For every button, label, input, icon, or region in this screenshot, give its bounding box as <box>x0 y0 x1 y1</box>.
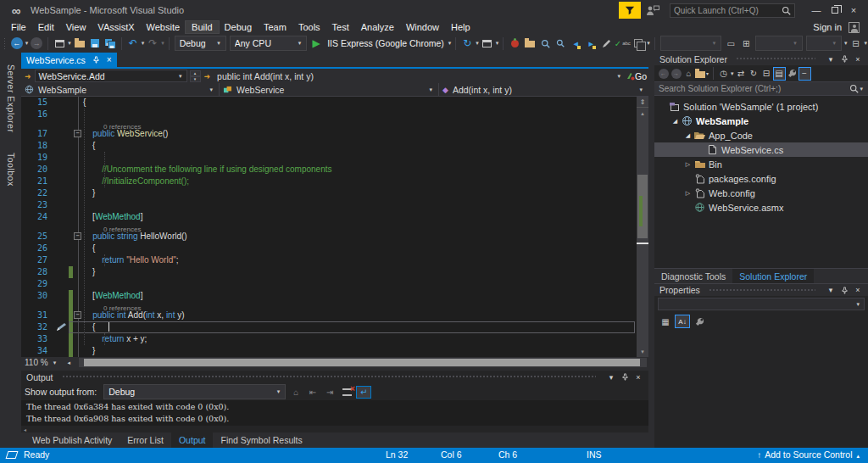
se-switch-views-button[interactable]: ▾ <box>695 67 709 81</box>
properties-object-combobox[interactable]: ▾ <box>658 298 865 310</box>
collapse-region-icon[interactable]: − <box>74 130 81 137</box>
solution-configuration-combobox[interactable]: Debug▾ <box>175 36 226 51</box>
tree-item-app-code[interactable]: ◢App_Code <box>654 128 868 142</box>
navigate-backward-button[interactable]: ← <box>10 36 24 51</box>
member-dropdown[interactable]: ◆ Add(int x, int y)▾ <box>439 83 648 96</box>
redo-dropdown[interactable]: ▾ <box>161 40 164 47</box>
navigate-forward-button[interactable]: → <box>30 36 43 51</box>
add-to-source-control-button[interactable]: ↑Add to Source Control▴ <box>757 449 860 460</box>
code-line-33[interactable]: 33 return x + y; <box>21 333 637 345</box>
tree-item-web-config[interactable]: ▷Web.config <box>654 186 868 200</box>
tree-item-solution-websample-1-project[interactable]: Solution 'WebSample' (1 project) <box>654 99 868 114</box>
user-avatar-icon[interactable] <box>849 22 860 33</box>
se-show-all-files-icon[interactable]: ▤ <box>773 67 786 81</box>
se-sync-with-active-document-icon[interactable]: ⇄ <box>735 67 748 81</box>
empty-combobox-2[interactable]: ▾ <box>755 36 802 51</box>
solution-explorer-search-input[interactable]: Search Solution Explorer (Ctrl+;) ▾ <box>654 82 868 96</box>
editor-zoom-control[interactable]: 110 %▾ <box>21 358 60 367</box>
va-context-combobox[interactable]: WebService.Add▾ <box>35 70 187 82</box>
tree-expanded-arrow-icon[interactable]: ◢ <box>683 132 693 139</box>
code-line-18[interactable]: 18 { <box>21 140 637 152</box>
empty-combobox-3[interactable]: ▾ <box>806 36 842 51</box>
selection-mode-icon[interactable]: ▭ <box>724 36 737 51</box>
save-button[interactable] <box>88 36 102 51</box>
se-forward-button[interactable]: → <box>670 67 682 81</box>
open-file-button[interactable] <box>73 36 86 51</box>
va-overflow-dropdown[interactable]: ▾ <box>647 40 650 47</box>
code-line-26[interactable]: 26 { <box>21 243 637 254</box>
tree-item-webservice-asmx[interactable]: WebService.asmx <box>654 200 868 215</box>
attach-to-process-button[interactable] <box>481 36 494 51</box>
toolbar-overflow-3[interactable]: ▾ <box>864 40 867 47</box>
code-editor[interactable]: 15{160 references17− public WebService()… <box>21 97 637 357</box>
tree-item-webservice-cs[interactable]: WebService.cs <box>654 142 868 157</box>
tool-tab-web-publish-activity[interactable]: Web Publish Activity <box>25 432 120 448</box>
va-bar-dropdown[interactable]: ▾ <box>617 73 620 80</box>
close-button[interactable]: × <box>844 3 863 18</box>
code-line-21[interactable]: 21 //InitializeComponent(); <box>21 176 637 187</box>
menu-item-file[interactable]: File <box>5 21 32 33</box>
code-line-15[interactable]: 15{ <box>21 97 637 109</box>
va-go-button[interactable]: Go <box>626 71 647 81</box>
se-refresh-icon[interactable]: ↻ <box>748 67 760 81</box>
quick-launch-input[interactable]: Quick Launch (Ctrl+Q) <box>670 3 795 18</box>
va-open-file-button[interactable] <box>523 36 537 51</box>
menu-item-debug[interactable]: Debug <box>219 21 258 33</box>
rail-tab-server-explorer[interactable]: Server Explorer <box>6 56 16 141</box>
hscroll-thumb[interactable] <box>84 359 640 366</box>
menu-item-window[interactable]: Window <box>400 21 445 33</box>
pin-icon[interactable] <box>618 371 632 382</box>
search-dropdown[interactable]: ▾ <box>860 86 863 92</box>
window-position-icon[interactable]: ▾ <box>604 371 618 382</box>
tool-tab-error-list[interactable]: Error List <box>120 432 171 448</box>
empty-combobox-1[interactable]: ▾ <box>660 36 721 51</box>
tree-item-websample[interactable]: ◢WebSample <box>654 114 868 128</box>
tab-diagnostic-tools[interactable]: Diagnostic Tools <box>654 269 732 283</box>
new-window-button[interactable] <box>53 36 66 51</box>
output-header[interactable]: Output ▾ × <box>21 371 648 383</box>
refresh-button[interactable]: ↻ <box>460 36 474 51</box>
rail-tab-toolbox[interactable]: Toolbox <box>6 144 16 195</box>
editor-vertical-scrollbar[interactable]: ⇕ ▴ ▾ <box>637 97 648 357</box>
tab-close-icon[interactable]: × <box>107 55 112 64</box>
code-line-34[interactable]: 34 } <box>21 345 637 357</box>
menu-item-view[interactable]: View <box>60 21 92 33</box>
codelens-row[interactable]: 0 references <box>21 120 637 128</box>
pin-icon[interactable] <box>837 285 851 296</box>
code-line-30[interactable]: 30 [WebMethod] <box>21 290 637 302</box>
code-line-23[interactable]: 23 <box>21 199 637 211</box>
code-line-28[interactable]: 28 } <box>21 266 637 278</box>
codelens-row[interactable]: 0 references <box>21 223 637 231</box>
va-nav-forward-button[interactable]: ▸ <box>584 36 598 51</box>
run-target-dropdown[interactable]: ▾ <box>448 40 452 47</box>
editor-horizontal-scrollbar[interactable] <box>79 358 647 367</box>
tree-collapsed-arrow-icon[interactable]: ▷ <box>683 161 693 168</box>
scroll-down-icon[interactable]: ▾ <box>637 346 648 357</box>
codelens-row[interactable]: 0 references <box>21 302 637 310</box>
restore-button[interactable] <box>826 3 844 18</box>
code-line-24[interactable]: 24 [WebMethod] <box>21 211 637 223</box>
va-rename-button[interactable] <box>599 36 613 51</box>
pin-icon[interactable] <box>837 53 851 64</box>
code-line-22[interactable]: 22 } <box>21 187 637 199</box>
window-position-icon[interactable]: ▾ <box>824 285 837 296</box>
start-debugging-button[interactable]: ▶ <box>309 36 323 51</box>
scroll-up-icon[interactable]: ▴ <box>637 108 648 119</box>
va-nav-back-button[interactable]: ◂ <box>569 36 582 51</box>
menu-item-edit[interactable]: Edit <box>32 21 60 33</box>
minimize-button[interactable]: — <box>807 3 826 18</box>
feedback-icon[interactable] <box>646 3 663 17</box>
code-line-20[interactable]: 20 //Uncomment the following line if usi… <box>21 164 637 176</box>
va-find-references-button[interactable] <box>554 36 567 51</box>
se-home-icon[interactable]: ⌂ <box>682 67 695 81</box>
collapse-region-icon[interactable]: − <box>74 232 81 240</box>
type-dropdown[interactable]: WebService▾ <box>220 83 438 96</box>
menu-item-analyze[interactable]: Analyze <box>355 21 400 33</box>
window-layout-icon[interactable]: ⊞ <box>739 36 753 51</box>
redo-button[interactable]: ↷ <box>146 36 159 51</box>
undo-dropdown[interactable]: ▾ <box>142 40 145 47</box>
menu-item-tools[interactable]: Tools <box>292 21 326 33</box>
code-line-29[interactable]: 29 <box>21 278 637 290</box>
sign-in-link[interactable]: Sign in <box>813 22 842 32</box>
menu-item-team[interactable]: Team <box>258 21 292 33</box>
